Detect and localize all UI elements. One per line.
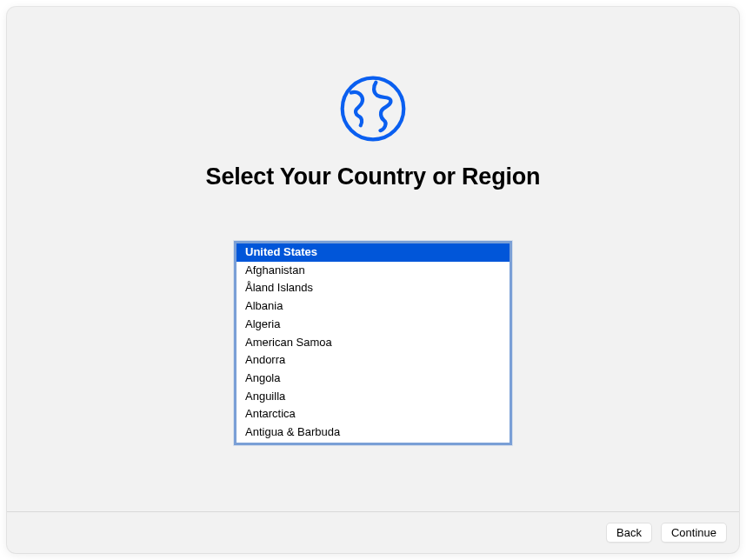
footer-bar: Back Continue — [7, 511, 739, 553]
country-option[interactable]: Åland Islands — [236, 279, 510, 297]
page-title: Select Your Country or Region — [206, 163, 541, 190]
country-option[interactable]: American Samoa — [236, 334, 510, 352]
continue-button[interactable]: Continue — [661, 523, 727, 543]
country-option[interactable]: Algeria — [236, 316, 510, 334]
main-content: Select Your Country or Region United Sta… — [7, 7, 739, 511]
country-option[interactable]: Afghanistan — [236, 262, 510, 280]
country-option[interactable]: Angola — [236, 370, 510, 388]
country-option[interactable]: Andorra — [236, 351, 510, 370]
setup-window: Select Your Country or Region United Sta… — [7, 7, 739, 553]
country-option[interactable]: Anguilla — [236, 388, 510, 406]
globe-icon — [334, 70, 412, 148]
back-button[interactable]: Back — [606, 523, 652, 543]
country-listbox[interactable]: United StatesAfghanistanÅland IslandsAlb… — [234, 241, 512, 445]
country-option[interactable]: United States — [236, 243, 510, 262]
country-option[interactable]: Antarctica — [236, 405, 510, 423]
country-option[interactable]: Albania — [236, 297, 510, 316]
country-option[interactable]: Antigua & Barbuda — [236, 423, 510, 442]
